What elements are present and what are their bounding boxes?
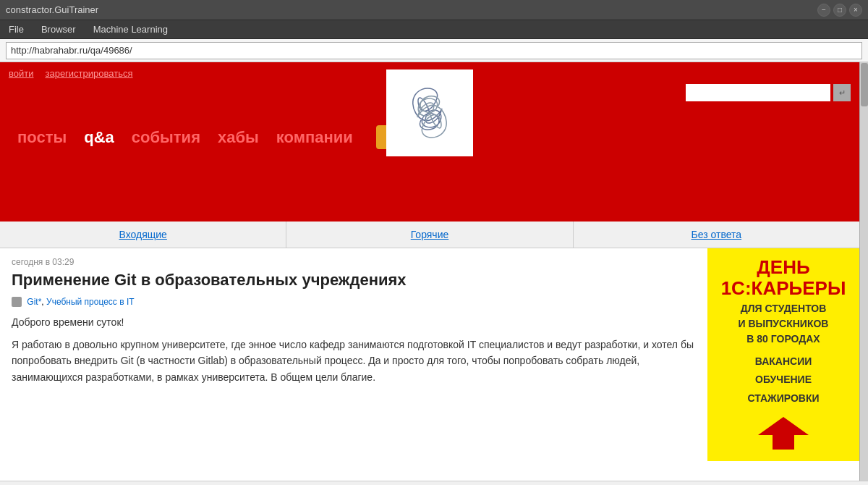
habr-logo — [386, 69, 473, 156]
titlebar: constractor.GuiTrainer − □ × — [0, 0, 868, 20]
ad-items: ВАКАНСИИОБУЧЕНИЕСТАЖИРОВКИ — [716, 353, 851, 408]
tab-incoming[interactable]: Входящие — [0, 222, 286, 248]
habr-articles: сегодня в 03:29 Применение Git в образов… — [0, 248, 707, 461]
tag-icon — [12, 297, 22, 307]
addressbar — [0, 39, 868, 62]
tab-hot[interactable]: Горячие — [286, 222, 573, 248]
habr-sidebar: ДЕНЬ 1С:КАРЬЕРЫ ДЛЯ СТУДЕНТОВИ ВЫПУСКНИК… — [707, 248, 859, 461]
statusbar: Event #3: classifier was trained. Accura… — [0, 481, 868, 485]
ad-subtitle: ДЛЯ СТУДЕНТОВИ ВЫПУСКНИКОВВ 80 ГОРОДАХ — [716, 301, 851, 347]
habr-header: войти зарегистрироваться ↵ посты q&a соб… — [0, 62, 859, 222]
house-icon — [754, 413, 812, 450]
scrollbar-thumb[interactable] — [861, 63, 868, 106]
login-link[interactable]: войти — [9, 68, 33, 79]
maximize-button[interactable]: □ — [833, 4, 846, 17]
nav-hubs[interactable]: хабы — [218, 128, 259, 147]
titlebar-title: constractor.GuiTrainer — [6, 4, 98, 15]
menubar: File Browser Machine Learning — [0, 20, 868, 39]
address-input[interactable] — [6, 42, 862, 59]
menu-file[interactable]: File — [6, 22, 27, 36]
article-title: Применение Git в образовательных учрежде… — [12, 270, 696, 291]
svg-marker-0 — [758, 417, 809, 435]
tab-unanswered[interactable]: Без ответа — [574, 222, 859, 248]
nav-companies[interactable]: компании — [276, 128, 353, 147]
register-link[interactable]: зарегистрироваться — [45, 68, 132, 79]
svg-rect-1 — [773, 435, 794, 450]
article-date: сегодня в 03:29 — [12, 257, 696, 267]
menu-ml[interactable]: Machine Learning — [90, 22, 171, 36]
web-content: войти зарегистрироваться ↵ посты q&a соб… — [0, 62, 859, 481]
tag-education[interactable]: Учебный процесс в IT — [46, 297, 135, 307]
ad-title: ДЕНЬ 1С:КАРЬЕРЫ — [716, 257, 851, 298]
habr-search-input[interactable] — [686, 84, 830, 101]
titlebar-controls: − □ × — [817, 4, 862, 17]
habr-search-button[interactable]: ↵ — [833, 84, 851, 101]
nav-events[interactable]: события — [132, 128, 200, 147]
ad-block: ДЕНЬ 1С:КАРЬЕРЫ ДЛЯ СТУДЕНТОВИ ВЫПУСКНИК… — [716, 257, 851, 452]
article-greeting: Доброго времени суток! — [12, 314, 696, 330]
habr-tabs: Входящие Горячие Без ответа — [0, 222, 859, 248]
logo-image — [393, 77, 466, 149]
article-text: Я работаю в довольно крупном университет… — [12, 337, 696, 385]
habr-search-area: ↵ — [686, 84, 851, 101]
article-body: Доброго времени суток! Я работаю в довол… — [12, 314, 696, 385]
menu-browser[interactable]: Browser — [38, 22, 79, 36]
nav-posts[interactable]: посты — [17, 128, 67, 147]
article-tags: Git*, Учебный процесс в IT — [12, 297, 696, 308]
habr-main: сегодня в 03:29 Применение Git в образов… — [0, 248, 859, 461]
tag-git[interactable]: Git* — [27, 297, 41, 307]
scrollbar[interactable] — [859, 62, 868, 481]
close-button[interactable]: × — [849, 4, 862, 17]
nav-qa[interactable]: q&a — [84, 128, 114, 147]
minimize-button[interactable]: − — [817, 4, 830, 17]
browser-area: войти зарегистрироваться ↵ посты q&a соб… — [0, 62, 868, 481]
